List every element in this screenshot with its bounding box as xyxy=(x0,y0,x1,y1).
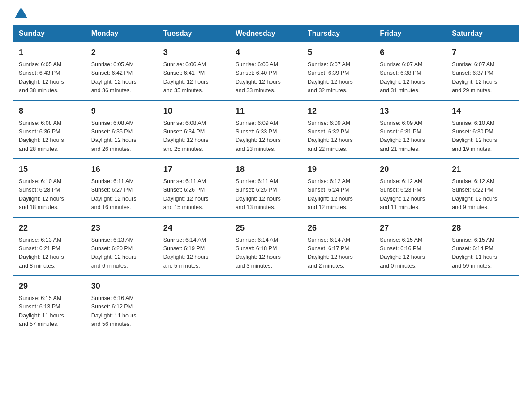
calendar-cell: 1Sunrise: 6:05 AMSunset: 6:43 PMDaylight… xyxy=(13,42,86,100)
calendar-cell: 26Sunrise: 6:14 AMSunset: 6:17 PMDayligh… xyxy=(302,217,374,276)
day-number: 25 xyxy=(236,222,296,234)
day-number: 11 xyxy=(236,105,296,117)
day-number: 19 xyxy=(308,163,369,176)
calendar-cell: 20Sunrise: 6:12 AMSunset: 6:23 PMDayligh… xyxy=(374,158,446,217)
calendar-cell: 2Sunrise: 6:05 AMSunset: 6:42 PMDaylight… xyxy=(86,42,158,100)
calendar-cell: 30Sunrise: 6:16 AMSunset: 6:12 PMDayligh… xyxy=(86,275,158,334)
day-number: 10 xyxy=(163,105,224,117)
day-details: Sunrise: 6:05 AMSunset: 6:43 PMDaylight:… xyxy=(19,60,80,95)
day-details: Sunrise: 6:07 AMSunset: 6:38 PMDaylight:… xyxy=(380,60,441,95)
day-details: Sunrise: 6:15 AMSunset: 6:13 PMDaylight:… xyxy=(19,294,80,329)
day-number: 8 xyxy=(19,105,80,117)
calendar-cell: 5Sunrise: 6:07 AMSunset: 6:39 PMDaylight… xyxy=(302,42,374,100)
day-details: Sunrise: 6:11 AMSunset: 6:25 PMDaylight:… xyxy=(236,177,296,212)
day-details: Sunrise: 6:07 AMSunset: 6:39 PMDaylight:… xyxy=(308,60,369,95)
day-details: Sunrise: 6:11 AMSunset: 6:26 PMDaylight:… xyxy=(163,177,224,212)
calendar-table: SundayMondayTuesdayWednesdayThursdayFrid… xyxy=(13,25,519,334)
calendar-cell: 6Sunrise: 6:07 AMSunset: 6:38 PMDaylight… xyxy=(374,42,446,100)
calendar-cell: 12Sunrise: 6:09 AMSunset: 6:32 PMDayligh… xyxy=(302,100,374,159)
calendar-cell: 10Sunrise: 6:08 AMSunset: 6:34 PMDayligh… xyxy=(158,100,230,159)
day-number: 12 xyxy=(308,105,369,117)
calendar-cell xyxy=(230,275,302,334)
day-number: 3 xyxy=(163,47,224,59)
day-details: Sunrise: 6:16 AMSunset: 6:12 PMDaylight:… xyxy=(91,294,152,329)
day-details: Sunrise: 6:06 AMSunset: 6:40 PMDaylight:… xyxy=(236,60,296,95)
day-details: Sunrise: 6:09 AMSunset: 6:32 PMDaylight:… xyxy=(308,119,369,154)
calendar-cell xyxy=(158,275,230,334)
day-number: 23 xyxy=(91,222,152,234)
calendar-cell: 8Sunrise: 6:08 AMSunset: 6:36 PMDaylight… xyxy=(13,100,86,159)
calendar-cell: 21Sunrise: 6:12 AMSunset: 6:22 PMDayligh… xyxy=(446,158,519,217)
calendar-cell: 15Sunrise: 6:10 AMSunset: 6:28 PMDayligh… xyxy=(13,158,86,217)
calendar-cell: 4Sunrise: 6:06 AMSunset: 6:40 PMDaylight… xyxy=(230,42,302,100)
calendar-cell: 9Sunrise: 6:08 AMSunset: 6:35 PMDaylight… xyxy=(86,100,158,159)
weekday-header-friday: Friday xyxy=(374,25,446,42)
day-details: Sunrise: 6:12 AMSunset: 6:24 PMDaylight:… xyxy=(308,177,369,212)
logo-triangle-icon xyxy=(15,7,27,18)
day-number: 28 xyxy=(452,222,513,234)
day-details: Sunrise: 6:11 AMSunset: 6:27 PMDaylight:… xyxy=(91,177,152,212)
day-details: Sunrise: 6:08 AMSunset: 6:36 PMDaylight:… xyxy=(19,119,80,154)
day-number: 26 xyxy=(308,222,369,234)
calendar-cell: 23Sunrise: 6:13 AMSunset: 6:20 PMDayligh… xyxy=(86,217,158,276)
day-details: Sunrise: 6:07 AMSunset: 6:37 PMDaylight:… xyxy=(452,60,513,95)
day-details: Sunrise: 6:10 AMSunset: 6:28 PMDaylight:… xyxy=(19,177,80,212)
day-number: 16 xyxy=(91,163,152,176)
weekday-header-wednesday: Wednesday xyxy=(230,25,302,42)
weekday-header-saturday: Saturday xyxy=(446,25,519,42)
page-header xyxy=(13,9,519,16)
day-details: Sunrise: 6:13 AMSunset: 6:20 PMDaylight:… xyxy=(91,236,152,271)
calendar-cell: 17Sunrise: 6:11 AMSunset: 6:26 PMDayligh… xyxy=(158,158,230,217)
day-number: 4 xyxy=(236,47,296,59)
day-details: Sunrise: 6:14 AMSunset: 6:18 PMDaylight:… xyxy=(236,236,296,271)
day-number: 1 xyxy=(19,47,80,59)
calendar-cell: 19Sunrise: 6:12 AMSunset: 6:24 PMDayligh… xyxy=(302,158,374,217)
day-number: 24 xyxy=(163,222,224,234)
day-number: 18 xyxy=(236,163,296,176)
day-number: 2 xyxy=(91,47,152,59)
calendar-cell: 14Sunrise: 6:10 AMSunset: 6:30 PMDayligh… xyxy=(446,100,519,159)
weekday-header-row: SundayMondayTuesdayWednesdayThursdayFrid… xyxy=(13,25,519,42)
calendar-header: SundayMondayTuesdayWednesdayThursdayFrid… xyxy=(13,25,519,42)
day-details: Sunrise: 6:06 AMSunset: 6:41 PMDaylight:… xyxy=(163,60,224,95)
weekday-header-tuesday: Tuesday xyxy=(158,25,230,42)
calendar-week-5: 29Sunrise: 6:15 AMSunset: 6:13 PMDayligh… xyxy=(13,275,519,334)
calendar-cell: 11Sunrise: 6:09 AMSunset: 6:33 PMDayligh… xyxy=(230,100,302,159)
day-details: Sunrise: 6:15 AMSunset: 6:14 PMDaylight:… xyxy=(452,236,513,271)
day-details: Sunrise: 6:12 AMSunset: 6:23 PMDaylight:… xyxy=(380,177,441,212)
weekday-header-monday: Monday xyxy=(86,25,158,42)
day-number: 7 xyxy=(452,47,513,59)
calendar-cell: 13Sunrise: 6:09 AMSunset: 6:31 PMDayligh… xyxy=(374,100,446,159)
day-details: Sunrise: 6:14 AMSunset: 6:17 PMDaylight:… xyxy=(308,236,369,271)
weekday-header-thursday: Thursday xyxy=(302,25,374,42)
day-number: 27 xyxy=(380,222,441,234)
calendar-cell xyxy=(446,275,519,334)
day-number: 14 xyxy=(452,105,513,117)
day-number: 5 xyxy=(308,47,369,59)
day-details: Sunrise: 6:13 AMSunset: 6:21 PMDaylight:… xyxy=(19,236,80,271)
day-number: 9 xyxy=(91,105,152,117)
calendar-cell: 22Sunrise: 6:13 AMSunset: 6:21 PMDayligh… xyxy=(13,217,86,276)
calendar-cell: 7Sunrise: 6:07 AMSunset: 6:37 PMDaylight… xyxy=(446,42,519,100)
day-number: 20 xyxy=(380,163,441,176)
day-details: Sunrise: 6:08 AMSunset: 6:35 PMDaylight:… xyxy=(91,119,152,154)
day-details: Sunrise: 6:14 AMSunset: 6:19 PMDaylight:… xyxy=(163,236,224,271)
day-details: Sunrise: 6:15 AMSunset: 6:16 PMDaylight:… xyxy=(380,236,441,271)
calendar-cell: 28Sunrise: 6:15 AMSunset: 6:14 PMDayligh… xyxy=(446,217,519,276)
day-number: 17 xyxy=(163,163,224,176)
calendar-cell: 25Sunrise: 6:14 AMSunset: 6:18 PMDayligh… xyxy=(230,217,302,276)
calendar-week-1: 1Sunrise: 6:05 AMSunset: 6:43 PMDaylight… xyxy=(13,42,519,100)
day-number: 22 xyxy=(19,222,80,234)
calendar-cell: 29Sunrise: 6:15 AMSunset: 6:13 PMDayligh… xyxy=(13,275,86,334)
day-number: 29 xyxy=(19,280,80,292)
calendar-cell: 18Sunrise: 6:11 AMSunset: 6:25 PMDayligh… xyxy=(230,158,302,217)
calendar-cell xyxy=(302,275,374,334)
day-details: Sunrise: 6:12 AMSunset: 6:22 PMDaylight:… xyxy=(452,177,513,212)
calendar-week-2: 8Sunrise: 6:08 AMSunset: 6:36 PMDaylight… xyxy=(13,100,519,159)
calendar-body: 1Sunrise: 6:05 AMSunset: 6:43 PMDaylight… xyxy=(13,42,519,334)
day-number: 30 xyxy=(91,280,152,292)
day-number: 15 xyxy=(19,163,80,176)
day-number: 21 xyxy=(452,163,513,176)
day-details: Sunrise: 6:05 AMSunset: 6:42 PMDaylight:… xyxy=(91,60,152,95)
weekday-header-sunday: Sunday xyxy=(13,25,86,42)
